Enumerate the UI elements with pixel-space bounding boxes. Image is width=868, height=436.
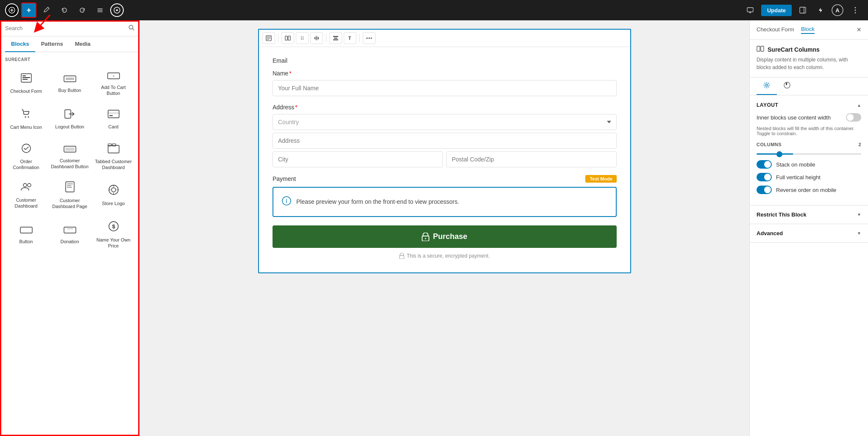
button-icon bbox=[20, 225, 33, 236]
right-panel-close[interactable]: × bbox=[857, 25, 861, 34]
test-mode-badge: Test Mode bbox=[585, 175, 617, 183]
block-checkout-form[interactable]: Checkout Form bbox=[5, 66, 47, 101]
tabbed-dashboard-icon bbox=[108, 143, 120, 156]
svg-point-49 bbox=[303, 36, 303, 37]
svg-point-64 bbox=[425, 238, 426, 239]
block-customer-dashboard-page[interactable]: Customer Dashboard Page bbox=[49, 177, 91, 214]
block-title: SureCart Columns bbox=[768, 46, 820, 53]
canvas-columns-btn[interactable] bbox=[281, 32, 294, 44]
stack-mobile-label: Stack on mobile bbox=[772, 161, 861, 168]
block-customer-dashboard-btn[interactable]: Customer Dashboard Button bbox=[49, 139, 91, 175]
toolbar: + Update bbox=[0, 0, 868, 20]
city-input[interactable] bbox=[273, 151, 443, 167]
address-input[interactable] bbox=[273, 133, 617, 149]
email-label: Email bbox=[273, 57, 617, 64]
purchase-button[interactable]: Purchase bbox=[273, 225, 617, 248]
block-customer-dashboard-page-label: Customer Dashboard Page bbox=[51, 197, 89, 210]
style-tab-appearance[interactable] bbox=[777, 78, 797, 95]
svg-point-10 bbox=[855, 10, 856, 11]
svg-rect-36 bbox=[67, 183, 73, 184]
add-block-button[interactable]: + bbox=[21, 3, 36, 18]
block-buy-button[interactable]: Buy Button bbox=[49, 66, 91, 101]
columns-slider[interactable] bbox=[757, 153, 861, 155]
svg-point-11 bbox=[855, 12, 856, 14]
canvas-move-btn[interactable] bbox=[310, 32, 323, 44]
full-height-toggle[interactable] bbox=[757, 173, 772, 181]
block-tabbed-dashboard[interactable]: Tabbed Customer Dashboard bbox=[92, 139, 134, 175]
svg-point-51 bbox=[303, 38, 303, 39]
lightning-button[interactable] bbox=[814, 3, 827, 17]
style-tab-settings[interactable] bbox=[757, 78, 777, 95]
payment-preview-box: Please preview your form on the front-en… bbox=[273, 187, 617, 217]
block-name-your-price-label: Name Your Own Price bbox=[95, 237, 132, 249]
astro-button[interactable]: A bbox=[831, 3, 844, 17]
columns-slider-row: COLUMNS 2 bbox=[757, 142, 861, 156]
block-donation[interactable]: Donation bbox=[49, 216, 91, 254]
svg-text:+: + bbox=[112, 74, 114, 78]
undo-button[interactable] bbox=[57, 3, 72, 18]
canvas-align-btn[interactable] bbox=[329, 32, 342, 44]
canvas-more-btn[interactable] bbox=[363, 32, 376, 44]
canvas-drag-btn[interactable] bbox=[296, 32, 309, 44]
store-logo-icon bbox=[108, 184, 119, 198]
block-cart-menu[interactable]: Cart Menu Icon bbox=[5, 103, 47, 137]
advanced-title: Advanced bbox=[757, 230, 783, 236]
site-icon[interactable] bbox=[5, 3, 19, 17]
donation-icon bbox=[64, 225, 76, 236]
block-button[interactable]: Button bbox=[5, 216, 47, 254]
tab-media[interactable]: Media bbox=[69, 36, 97, 52]
zip-input[interactable] bbox=[446, 151, 617, 167]
search-input[interactable] bbox=[5, 25, 125, 31]
restrict-block-header[interactable]: Restrict This Block ▼ bbox=[750, 206, 868, 224]
right-panel-tab-block[interactable]: Block bbox=[801, 26, 815, 34]
redo-button[interactable] bbox=[75, 3, 90, 18]
tab-patterns[interactable]: Patterns bbox=[35, 36, 69, 52]
list-view-button[interactable] bbox=[92, 3, 108, 18]
svg-rect-3 bbox=[97, 11, 103, 12]
block-store-logo-label: Store Logo bbox=[102, 200, 125, 206]
svg-rect-47 bbox=[288, 36, 290, 40]
svg-rect-14 bbox=[22, 75, 26, 76]
search-icon[interactable] bbox=[128, 25, 134, 32]
block-logout-button[interactable]: Logout Button bbox=[49, 103, 91, 137]
block-checkout-form-label: Checkout Form bbox=[10, 88, 42, 94]
svg-rect-2 bbox=[97, 10, 103, 11]
desktop-view-button[interactable] bbox=[743, 3, 758, 18]
canvas-divider2 bbox=[326, 34, 326, 42]
stack-mobile-toggle[interactable] bbox=[757, 160, 772, 169]
block-info-section: SureCart Columns Display content in mult… bbox=[750, 40, 868, 78]
payment-section: Payment Test Mode Please preview your fo… bbox=[273, 175, 617, 259]
svg-rect-1 bbox=[97, 8, 103, 9]
country-select[interactable]: Country bbox=[273, 114, 617, 130]
name-input[interactable] bbox=[273, 80, 617, 96]
reverse-mobile-toggle[interactable] bbox=[757, 186, 772, 194]
svg-rect-56 bbox=[333, 39, 338, 40]
update-button[interactable]: Update bbox=[761, 5, 792, 16]
block-add-to-cart[interactable]: + Add To Cart Button bbox=[92, 66, 134, 101]
svg-text:$: $ bbox=[112, 223, 115, 230]
restrict-block-title: Restrict This Block bbox=[757, 211, 807, 218]
svg-rect-5 bbox=[747, 8, 753, 12]
advanced-header[interactable]: Advanced ▼ bbox=[750, 224, 868, 242]
block-card[interactable]: Card bbox=[92, 103, 134, 137]
sidebar-toggle-button[interactable] bbox=[795, 3, 810, 18]
more-options-button[interactable] bbox=[848, 3, 863, 18]
layout-section: Layout ▲ Inner blocks use content width … bbox=[750, 95, 868, 206]
block-order-confirmation[interactable]: Order Confirmation bbox=[5, 139, 47, 175]
block-store-logo[interactable]: Store Logo bbox=[92, 177, 134, 214]
svg-rect-32 bbox=[112, 144, 116, 146]
right-panel-tab-checkout[interactable]: Checkout Form bbox=[757, 26, 794, 33]
inner-blocks-toggle[interactable] bbox=[846, 113, 861, 122]
pencil-button[interactable] bbox=[39, 3, 54, 18]
block-customer-dashboard[interactable]: Customer Dashboard bbox=[5, 177, 47, 214]
block-name-your-price[interactable]: $ Name Your Own Price bbox=[92, 216, 134, 254]
tab-blocks[interactable]: Blocks bbox=[5, 36, 35, 52]
toolbar-right: Update A bbox=[743, 3, 863, 18]
blocks-section: SURECART Checkout Form Buy Button bbox=[0, 52, 139, 436]
canvas-doc-view[interactable] bbox=[262, 32, 275, 44]
svg-rect-26 bbox=[109, 115, 113, 116]
canvas-text-btn[interactable]: T bbox=[344, 32, 356, 44]
svg-rect-15 bbox=[22, 77, 30, 78]
cart-menu-icon bbox=[21, 109, 31, 122]
layout-header[interactable]: Layout ▲ bbox=[757, 102, 861, 108]
